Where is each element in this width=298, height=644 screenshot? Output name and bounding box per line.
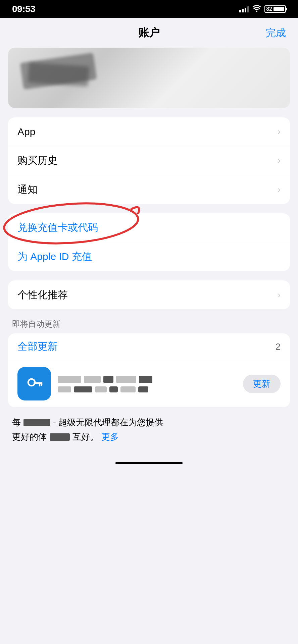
app-description: 每 - 超级无限代理都在为您提供 更好的体 互好。 更多: [0, 414, 298, 449]
more-link[interactable]: 更多: [101, 431, 119, 443]
menu-item-purchase-label: 购买历史: [17, 154, 58, 167]
menu-item-purchase-history[interactable]: 购买历史 ›: [8, 146, 290, 175]
personalized-section: 个性化推荐 ›: [8, 280, 290, 309]
menu-item-app[interactable]: App ›: [8, 117, 290, 146]
desc-line-2: 更好的体 互好。 更多: [12, 431, 286, 443]
personalized-item[interactable]: 个性化推荐 ›: [8, 280, 290, 309]
battery-icon: 82: [264, 5, 286, 13]
update-all-count: 2: [275, 341, 281, 352]
home-indicator: [115, 462, 183, 464]
blur-2: [50, 433, 70, 441]
chevron-icon: ›: [278, 126, 281, 137]
desc-prefix: 每: [12, 417, 21, 428]
chevron-icon: ›: [278, 290, 281, 300]
blur-1: [23, 419, 50, 426]
chevron-icon: ›: [278, 155, 281, 166]
redeem-label: 兑换充值卡或代码: [17, 221, 98, 234]
menu-item-notifications[interactable]: 通知 ›: [8, 175, 290, 204]
desc-line2-suffix: 互好。: [72, 431, 99, 443]
auto-update-section-label: 即将自动更新: [12, 319, 286, 329]
topup-button[interactable]: 为 Apple ID 充值: [8, 242, 290, 271]
personalized-label: 个性化推荐: [17, 288, 68, 302]
page-title: 账户: [138, 25, 160, 40]
redeem-button[interactable]: 兑换充值卡或代码: [8, 213, 290, 242]
done-button[interactable]: 完成: [266, 26, 286, 40]
nav-bar: 账户 完成: [0, 18, 298, 48]
status-bar: 09:53 82: [0, 0, 298, 18]
status-icons: 82: [239, 5, 286, 13]
desc-line-1: 每 - 超级无限代理都在为您提供: [12, 417, 286, 428]
topup-label: 为 Apple ID 充值: [17, 250, 92, 264]
chevron-icon: ›: [278, 184, 281, 195]
update-all-row[interactable]: 全部更新 2: [8, 333, 290, 360]
app-update-row: 更新: [8, 360, 290, 407]
profile-section[interactable]: [8, 48, 290, 108]
update-button[interactable]: 更新: [243, 375, 281, 393]
signal-icon: [239, 6, 249, 12]
redeem-section: 兑换充值卡或代码 为 Apple ID 充值: [8, 213, 290, 271]
menu-section-1: App › 购买历史 › 通知 ›: [8, 117, 290, 204]
profile-blur: [8, 48, 290, 108]
desc-mid: - 超级无限代理都在为您提供: [53, 417, 163, 428]
update-section: 全部更新 2: [8, 333, 290, 407]
app-icon: [17, 367, 51, 400]
app-desc-blurred: [58, 386, 236, 392]
bottom-bar: [0, 453, 298, 473]
status-time: 09:53: [12, 4, 35, 14]
app-name-blurred: [58, 375, 236, 384]
menu-item-app-label: App: [17, 126, 35, 138]
update-all-label: 全部更新: [17, 340, 58, 354]
app-info: [58, 375, 236, 392]
wifi-icon: [252, 5, 261, 13]
desc-line2-prefix: 更好的体: [12, 431, 47, 443]
menu-item-notifications-label: 通知: [17, 183, 38, 197]
